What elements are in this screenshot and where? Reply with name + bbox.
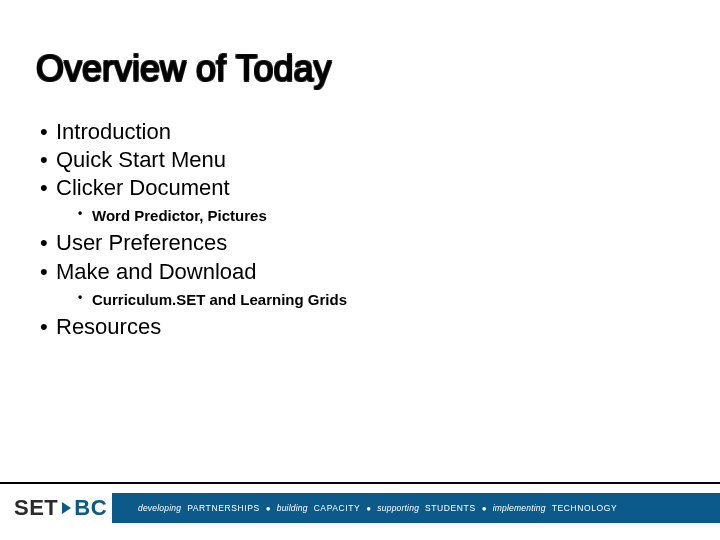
footer-word: developing <box>138 503 181 513</box>
footer-word: TECHNOLOGY <box>552 503 618 513</box>
footer-word: STUDENTS <box>425 503 476 513</box>
slide: Overview of Today Introduction Quick Sta… <box>0 0 720 540</box>
dot-icon: ● <box>266 504 271 513</box>
list-item: Resources <box>40 313 680 341</box>
list-item: Make and Download Curriculum.SET and Lea… <box>40 258 680 310</box>
list-item: Introduction <box>40 118 680 146</box>
list-item: Quick Start Menu <box>40 146 680 174</box>
slide-body: Introduction Quick Start Menu Clicker Do… <box>40 118 680 341</box>
footer-word: CAPACITY <box>314 503 361 513</box>
divider <box>0 482 720 484</box>
footer-word: PARTNERSHIPS <box>187 503 260 513</box>
list-item: Word Predictor, Pictures <box>78 205 680 226</box>
list-item-label: Make and Download <box>56 259 257 284</box>
list-item: Curriculum.SET and Learning Grids <box>78 289 680 310</box>
sub-list: Word Predictor, Pictures <box>78 205 680 226</box>
footer-word: implementing <box>493 503 546 513</box>
logo-text-bc: BC <box>74 495 107 521</box>
setbc-logo: SET BC <box>14 493 106 523</box>
footer-word: supporting <box>377 503 419 513</box>
list-item: User Preferences <box>40 229 680 257</box>
footer-word: building <box>277 503 308 513</box>
dot-icon: ● <box>366 504 371 513</box>
triangle-icon <box>62 502 71 514</box>
footer-bar: developing PARTNERSHIPS ● building CAPAC… <box>112 493 720 523</box>
logo-text-set: SET <box>14 495 58 521</box>
sub-list: Curriculum.SET and Learning Grids <box>78 289 680 310</box>
list-item: Clicker Document Word Predictor, Picture… <box>40 174 680 226</box>
list-item-label: Clicker Document <box>56 175 230 200</box>
dot-icon: ● <box>482 504 487 513</box>
bullet-list: Introduction Quick Start Menu Clicker Do… <box>40 118 680 341</box>
slide-title: Overview of Today <box>36 48 331 90</box>
